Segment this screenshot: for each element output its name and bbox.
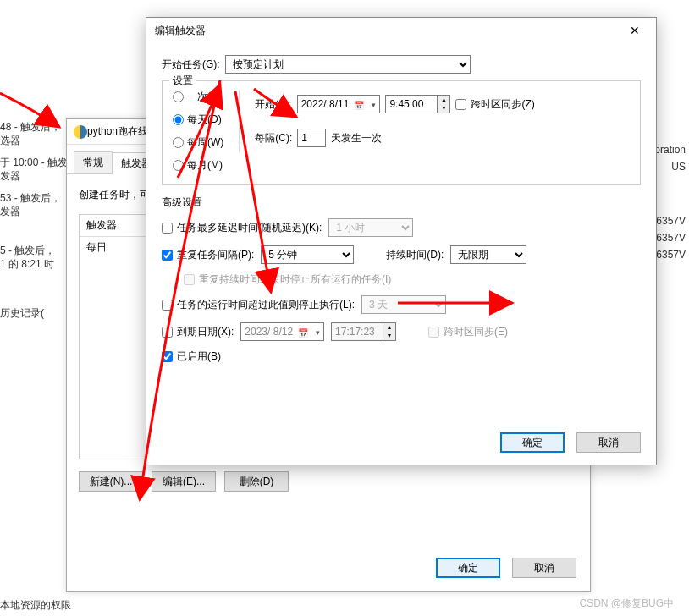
start-time-input[interactable]: ▲▼ xyxy=(385,95,450,113)
duration-label: 持续时间(D): xyxy=(386,248,444,262)
spin-down-icon[interactable]: ▼ xyxy=(438,104,449,113)
calendar-icon xyxy=(298,327,308,337)
cancel-button[interactable]: 取消 xyxy=(512,558,576,578)
group-title: 设置 xyxy=(169,74,196,88)
enabled-checkbox[interactable]: 已启用(B) xyxy=(162,349,221,364)
cancel-button[interactable]: 取消 xyxy=(576,432,641,453)
start-date-input[interactable]: 2022/ 8/11 xyxy=(297,95,381,113)
dialog-title: 编辑触发器 xyxy=(155,24,206,38)
advanced-group: 高级设置 任务最多延迟时间(随机延迟)(K): 1 小时 重复任务间隔(P): … xyxy=(162,192,641,376)
interval-suffix: 天发生一次 xyxy=(331,131,382,146)
edit-button[interactable]: 编辑(E)... xyxy=(152,471,216,492)
spin-down-icon: ▼ xyxy=(383,332,395,340)
expire-checkbox[interactable]: 到期日期(X): xyxy=(162,325,234,339)
radio-monthly[interactable]: 每月(M) xyxy=(173,158,223,173)
delete-button[interactable]: 删除(D) xyxy=(224,471,289,492)
delay-select: 1 小时 xyxy=(328,218,413,237)
dialog-title: python跑在线 xyxy=(87,124,148,139)
interval-input[interactable] xyxy=(297,129,326,147)
duration-select[interactable]: 无限期 xyxy=(450,245,526,264)
watermark: CSDN @修复BUG中 xyxy=(579,597,674,611)
sync-tz-checkbox[interactable]: 跨时区同步(Z) xyxy=(455,97,534,112)
radio-once[interactable]: 一次(N) xyxy=(173,90,223,104)
calendar-icon xyxy=(354,99,364,109)
new-button[interactable]: 新建(N)... xyxy=(79,471,143,492)
stop-running-checkbox: 重复持续时间结束时停止所有运行的任务(I) xyxy=(184,272,391,287)
repeat-checkbox[interactable]: 重复任务间隔(P): xyxy=(162,248,254,262)
delay-checkbox[interactable]: 任务最多延迟时间(随机延迟)(K): xyxy=(162,221,322,235)
edit-trigger-dialog: 编辑触发器 ✕ 开始任务(G): 按预定计划 设置 一次(N) 每天(D) 每周… xyxy=(146,17,657,465)
expire-time-input: ▲▼ xyxy=(331,322,396,341)
repeat-select[interactable]: 5 分钟 xyxy=(261,245,354,264)
expire-sync-checkbox: 跨时区同步(E) xyxy=(428,325,508,339)
titlebar[interactable]: 编辑触发器 ✕ xyxy=(146,18,656,43)
radio-weekly[interactable]: 每周(W) xyxy=(173,135,223,150)
interval-label: 每隔(C): xyxy=(255,131,292,146)
radio-daily[interactable]: 每天(D) xyxy=(173,113,223,127)
spin-up-icon[interactable]: ▲ xyxy=(438,96,449,104)
ok-button[interactable]: 确定 xyxy=(436,558,500,578)
stop-longer-checkbox[interactable]: 任务的运行时间超过此值则停止执行(L): xyxy=(162,298,355,312)
start-task-label: 开始任务(G): xyxy=(162,58,220,72)
spin-up-icon: ▲ xyxy=(383,323,395,332)
close-icon[interactable]: ✕ xyxy=(622,24,648,37)
expire-date-input: 2023/ 8/12 xyxy=(240,322,324,341)
start-label: 开始(S): xyxy=(255,97,291,112)
tab-general[interactable]: 常规 xyxy=(74,151,113,173)
footer-text: 本地资源的权限 xyxy=(0,598,71,613)
col-trigger[interactable]: 触发器 xyxy=(80,215,147,236)
adv-title: 高级设置 xyxy=(162,195,641,210)
start-task-select[interactable]: 按预定计划 xyxy=(225,55,471,74)
ok-button[interactable]: 确定 xyxy=(500,432,565,453)
settings-group: 设置 一次(N) 每天(D) 每周(W) 每月(M) 开始(S): 2022/ … xyxy=(162,80,641,185)
python-icon xyxy=(74,125,87,139)
stop-longer-select: 3 天 xyxy=(361,295,446,314)
